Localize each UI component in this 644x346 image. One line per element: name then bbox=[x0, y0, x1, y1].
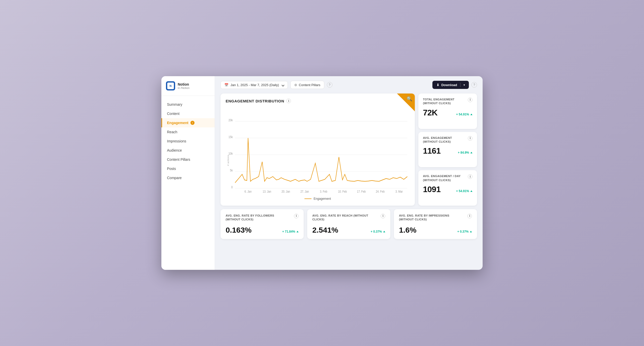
arrow-up-icon-6 bbox=[470, 231, 472, 232]
content-pillars-label: Content Pillars bbox=[299, 83, 320, 87]
stat-row-2: 1161 + 84.9% bbox=[423, 146, 472, 156]
sidebar-label-content-pillars: Content Pillars bbox=[167, 157, 190, 162]
svg-text:13. Jan: 13. Jan bbox=[263, 190, 271, 193]
download-button[interactable]: ⬇ Download ▾ bbox=[432, 81, 469, 89]
stat-value-avg-engagement: 1161 bbox=[423, 146, 441, 156]
svg-text:3. Feb: 3. Feb bbox=[320, 190, 327, 193]
sidebar-label-content: Content bbox=[167, 112, 179, 116]
app-window: N Notion in /Notion Summary Content Enga… bbox=[161, 76, 483, 270]
content-area: 🔍 ENGAGEMENT DISTRIBUTION ℹ 0 5k 10k 15k… bbox=[221, 94, 477, 206]
engagement-line bbox=[235, 138, 407, 183]
bottom-label-impressions-1: AVG. ENG. RATE BY IMPRESSIONS bbox=[399, 214, 449, 218]
bottom-value-followers: 0.163% bbox=[226, 226, 252, 234]
arrow-up-icon-4 bbox=[297, 231, 299, 232]
download-label: Download bbox=[441, 83, 457, 87]
stat-card-total-engagement: TOTAL ENGAGEMENT (WITHOUT CLICKS) ℹ 72K … bbox=[418, 94, 477, 129]
stat-label-line1: TOTAL ENGAGEMENT bbox=[423, 98, 455, 101]
chart-svg: 0 5k 10k 15k 20k # actions bbox=[226, 107, 410, 194]
stat-change-avg-engagement: + 84.9% bbox=[458, 151, 472, 154]
sidebar-item-content[interactable]: Content bbox=[161, 109, 215, 118]
stat-label-day-line2: (WITHOUT CLICKS) bbox=[423, 178, 461, 182]
header: 📅 Jan 1, 2025 - Mar 7, 2025 (Daily) ⊕ Co… bbox=[221, 81, 477, 89]
sidebar-label-engagement: Engagement bbox=[167, 121, 188, 125]
stat-value-avg-engagement-day: 1091 bbox=[423, 185, 441, 194]
bottom-label-followers-2: (WITHOUT CLICKS) bbox=[226, 218, 274, 221]
bottom-label-followers-1: AVG. ENG. RATE BY FOLLOWERS bbox=[226, 214, 274, 218]
svg-text:20. Jan: 20. Jan bbox=[281, 190, 290, 193]
bottom-change-impressions: + 0.37% bbox=[457, 230, 472, 233]
sidebar-label-summary: Summary bbox=[167, 102, 182, 107]
calendar-icon: 📅 bbox=[224, 83, 228, 87]
arrow-up-icon-5 bbox=[383, 231, 385, 232]
bottom-card-followers: AVG. ENG. RATE BY FOLLOWERS (WITHOUT CLI… bbox=[221, 209, 304, 239]
sidebar-label-audience: Audience bbox=[167, 148, 182, 152]
bottom-change-followers: + 71.84% bbox=[282, 230, 299, 233]
stat-label-day-line1: AVG. ENGAGEMENT / DAY bbox=[423, 174, 461, 178]
bottom-card-row-impressions: 1.6% + 0.37% bbox=[399, 226, 472, 234]
brand-text: Notion in /Notion bbox=[178, 82, 189, 89]
svg-text:3. Mar: 3. Mar bbox=[395, 190, 403, 193]
chart-info-icon[interactable]: ℹ bbox=[286, 99, 291, 103]
bottom-info-icon-1[interactable]: ℹ bbox=[294, 214, 299, 218]
stat-row-1: 72K + 54.91% bbox=[423, 108, 472, 117]
sidebar-item-impressions[interactable]: Impressions bbox=[161, 137, 215, 146]
header-left: 📅 Jan 1, 2025 - Mar 7, 2025 (Daily) ⊕ Co… bbox=[221, 81, 332, 89]
sidebar-item-audience[interactable]: Audience bbox=[161, 146, 215, 155]
sidebar-item-compare[interactable]: Compare bbox=[161, 173, 215, 182]
bottom-value-impressions: 1.6% bbox=[399, 226, 416, 234]
bottom-label-reach-1: AVG. ENG. RATE BY REACH (WITHOUT bbox=[312, 214, 368, 218]
brand-logo-inner: N bbox=[167, 83, 174, 89]
bottom-label-reach-2: CLICKS) bbox=[312, 218, 368, 221]
download-divider bbox=[460, 83, 460, 87]
stat-card-avg-engagement: AVG. ENGAGEMENT (WITHOUT CLICKS) ℹ 1161 … bbox=[418, 132, 477, 167]
header-help-icon[interactable]: ? bbox=[471, 82, 477, 88]
sidebar-item-content-pillars[interactable]: Content Pillars bbox=[161, 155, 215, 164]
sidebar-label-posts: Posts bbox=[167, 167, 176, 171]
stat-label-avg-engagement: AVG. ENGAGEMENT (WITHOUT CLICKS) ℹ bbox=[423, 136, 472, 144]
stats-sidebar: TOTAL ENGAGEMENT (WITHOUT CLICKS) ℹ 72K … bbox=[418, 94, 477, 206]
bottom-value-reach: 2.541% bbox=[312, 226, 338, 234]
stat-label-avg-line1: AVG. ENGAGEMENT bbox=[423, 136, 452, 140]
bottom-info-icon-3[interactable]: ℹ bbox=[467, 214, 472, 218]
chevron-down-icon bbox=[282, 83, 284, 87]
date-filter[interactable]: 📅 Jan 1, 2025 - Mar 7, 2025 (Daily) bbox=[221, 81, 288, 89]
bottom-cards: AVG. ENG. RATE BY FOLLOWERS (WITHOUT CLI… bbox=[221, 209, 477, 239]
chart-title: ENGAGEMENT DISTRIBUTION ℹ bbox=[226, 99, 410, 103]
chart-card: 🔍 ENGAGEMENT DISTRIBUTION ℹ 0 5k 10k 15k… bbox=[221, 94, 415, 206]
bottom-card-row-followers: 0.163% + 71.84% bbox=[226, 226, 299, 234]
legend-label: Engagement bbox=[314, 197, 331, 201]
stat-value-total-engagement: 72K bbox=[423, 108, 437, 117]
svg-text:15k: 15k bbox=[228, 135, 233, 139]
stat-label-total-engagement: TOTAL ENGAGEMENT (WITHOUT CLICKS) ℹ bbox=[423, 98, 472, 105]
bottom-card-label-followers: AVG. ENG. RATE BY FOLLOWERS (WITHOUT CLI… bbox=[226, 214, 299, 222]
sidebar-item-engagement[interactable]: Engagement ! bbox=[161, 118, 215, 127]
stat-change-total-engagement: + 54.91% bbox=[456, 113, 472, 116]
arrow-up-icon-3 bbox=[470, 190, 472, 192]
stat-info-icon-1[interactable]: ℹ bbox=[468, 98, 472, 102]
bottom-card-label-reach: AVG. ENG. RATE BY REACH (WITHOUT CLICKS)… bbox=[312, 214, 385, 222]
svg-text:27. Jan: 27. Jan bbox=[300, 190, 309, 193]
content-pillars-button[interactable]: ⊕ Content Pillars bbox=[290, 81, 324, 89]
sidebar-item-posts[interactable]: Posts bbox=[161, 164, 215, 173]
sidebar-item-summary[interactable]: Summary bbox=[161, 100, 215, 109]
header-right: ⬇ Download ▾ ? bbox=[432, 81, 477, 89]
stat-info-icon-3[interactable]: ℹ bbox=[468, 174, 472, 179]
bottom-card-reach: AVG. ENG. RATE BY REACH (WITHOUT CLICKS)… bbox=[307, 209, 390, 239]
chart-title-text: ENGAGEMENT DISTRIBUTION bbox=[226, 99, 284, 103]
stat-card-avg-engagement-day: AVG. ENGAGEMENT / DAY (WITHOUT CLICKS) ℹ… bbox=[418, 170, 477, 206]
sidebar-nav: Summary Content Engagement ! Reach Impre… bbox=[161, 96, 215, 187]
bottom-card-label-impressions: AVG. ENG. RATE BY IMPRESSIONS (WITHOUT C… bbox=[399, 214, 472, 222]
stat-change-avg-engagement-day: + 54.91% bbox=[456, 189, 472, 193]
arrow-up-icon-2 bbox=[470, 152, 472, 153]
chart-container: 0 5k 10k 15k 20k # actions bbox=[226, 107, 410, 194]
stat-info-icon-2[interactable]: ℹ bbox=[468, 136, 472, 141]
help-icon[interactable]: ? bbox=[327, 82, 332, 88]
sidebar-item-reach[interactable]: Reach bbox=[161, 127, 215, 137]
bottom-card-row-reach: 2.541% + 0.37% bbox=[312, 226, 385, 234]
date-filter-label: Jan 1, 2025 - Mar 7, 2025 (Daily) bbox=[230, 83, 279, 87]
brand-name: Notion bbox=[178, 82, 189, 86]
bottom-info-icon-2[interactable]: ℹ bbox=[381, 214, 385, 218]
stat-label-avg-line2: (WITHOUT CLICKS) bbox=[423, 140, 452, 144]
svg-text:10. Feb: 10. Feb bbox=[338, 190, 347, 193]
bottom-label-impressions-2: (WITHOUT CLICKS) bbox=[399, 218, 449, 221]
